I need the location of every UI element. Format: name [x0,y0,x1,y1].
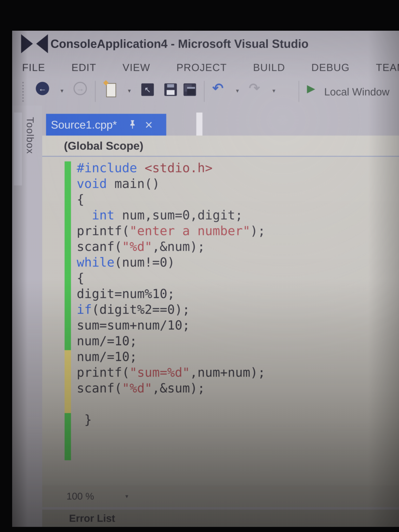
change-bar-segment-green [65,429,71,444]
code-line[interactable]: void main() [77,176,265,192]
code-line[interactable]: printf("enter a number"); [77,223,265,239]
document-tab-strip: Source1.cpp* × [42,106,399,136]
change-bar-segment-green [65,161,71,177]
undo-icon: ↶ [212,81,223,95]
change-bar-segment-green [65,444,71,460]
toolbar-separator [95,81,95,102]
navigate-forward-button[interactable]: → [74,82,87,95]
menu-item-team[interactable]: TEAM [376,62,399,73]
menu-item-file[interactable]: FILE [22,62,45,73]
tab-source1-cpp[interactable]: Source1.cpp* × [46,114,166,136]
scope-dropdown[interactable]: (Global Scope) [64,136,143,156]
debug-target-label[interactable]: Local Window [324,78,399,106]
back-arrow-icon: ← [38,84,47,93]
visual-studio-logo-icon [21,33,48,54]
change-bar-segment-green [65,177,71,193]
menu-item-edit[interactable]: EDIT [71,62,96,73]
code-line[interactable]: scanf("%d",&num); [77,239,265,254]
forward-arrow-icon: → [76,84,84,93]
code-line[interactable]: { [77,192,265,207]
change-bar-segment-green [65,224,71,240]
code-line[interactable] [77,443,265,459]
toolbox-sidebar: Toolbox [12,106,42,527]
save-floppy-icon [167,84,174,88]
code-line[interactable] [77,428,265,443]
change-bar-segment-green [65,272,71,287]
code-lines: #include <stdio.h>void main(){ int num,s… [77,160,265,459]
start-debug-button[interactable]: ▶ [307,82,315,95]
code-line[interactable]: digit=num%10; [77,286,265,302]
new-file-dropdown[interactable]: ▾ [128,87,131,94]
new-file-button[interactable] [106,83,116,97]
menu-bar: FILEEDITVIEWPROJECTBUILDDEBUGTEAM [12,57,399,78]
change-bar-segment-green [65,193,71,209]
code-line[interactable]: { [77,270,265,286]
change-bar-segment-green [65,413,71,429]
zoom-dropdown-icon[interactable]: ▾ [125,493,128,500]
close-icon[interactable]: × [145,118,153,131]
menu-item-project[interactable]: PROJECT [177,62,227,73]
undo-button[interactable]: ↶ [212,80,223,96]
code-line[interactable]: } [77,412,265,428]
bottom-panel-bar: Error List [42,510,399,527]
screen-glare [196,113,203,136]
toolbox-tab[interactable]: Toolbox [25,117,36,154]
code-line[interactable]: num/=10; [77,333,265,349]
pin-icon[interactable] [129,120,136,130]
visual-studio-window: ConsoleApplication4 - Microsoft Visual S… [12,31,399,527]
title-bar: ConsoleApplication4 - Microsoft Visual S… [12,31,399,57]
menu-item-view[interactable]: VIEW [122,62,150,73]
photo-frame: ConsoleApplication4 - Microsoft Visual S… [0,0,399,532]
window-title: ConsoleApplication4 - Microsoft Visual S… [51,31,309,57]
toolbox-scroll-strip [14,113,22,185]
navigation-bar: (Global Scope) [42,136,399,157]
navigate-back-button[interactable]: ← [36,82,49,95]
change-bar-segment-yellow [65,366,71,382]
redo-dropdown[interactable]: ▾ [272,87,275,94]
change-bar-segment-yellow [65,350,71,366]
undo-dropdown[interactable]: ▾ [236,87,239,94]
toolbar-separator [204,81,204,102]
code-line[interactable]: while(num!=0) [77,254,265,270]
code-line[interactable]: num/=10; [77,349,265,365]
menu-item-build[interactable]: BUILD [253,62,285,73]
code-line[interactable]: #include <stdio.h> [77,160,265,176]
code-line[interactable]: int num,sum=0,digit; [77,207,265,223]
redo-icon: ↷ [249,81,260,95]
change-tracking-bar [65,161,71,460]
change-bar-segment-green [65,303,71,319]
open-file-icon: ↖ [144,85,151,94]
toolbar-drag-handle-icon[interactable] [22,81,24,102]
error-list-tab[interactable]: Error List [69,510,115,527]
code-line[interactable]: sum=sum+num/10; [77,317,265,333]
change-bar-segment-yellow [65,397,71,413]
redo-button[interactable]: ↷ [249,80,260,96]
code-line[interactable] [77,396,265,412]
change-bar-segment-green [65,240,71,256]
change-bar-segment-green [65,209,71,224]
change-bar-segment-green [65,334,71,350]
toolbar: ← ▾ → ▾ ↖ [12,78,399,106]
navigate-back-dropdown[interactable]: ▾ [61,87,63,94]
save-button[interactable] [164,83,177,96]
menu-item-debug[interactable]: DEBUG [311,62,350,73]
change-bar-segment-green [65,287,71,303]
save-all-button[interactable] [184,83,196,96]
new-file-spark-icon [103,80,108,86]
tab-title: Source1.cpp* [51,118,117,131]
play-icon: ▶ [307,82,315,94]
change-bar-segment-yellow [65,382,71,397]
code-line[interactable]: scanf("%d",&sum); [77,380,265,396]
zoom-level-dropdown[interactable]: 100 % [66,485,94,507]
code-line[interactable]: printf("sum=%d",num+num); [77,365,265,380]
code-line[interactable]: if(digit%2==0); [77,302,265,317]
change-bar-segment-green [65,319,71,334]
editor-bottom-bar: 100 % ▾ [42,485,399,507]
open-file-button[interactable]: ↖ [141,83,154,96]
toolbar-separator [299,81,299,102]
change-bar-segment-green [65,256,71,272]
